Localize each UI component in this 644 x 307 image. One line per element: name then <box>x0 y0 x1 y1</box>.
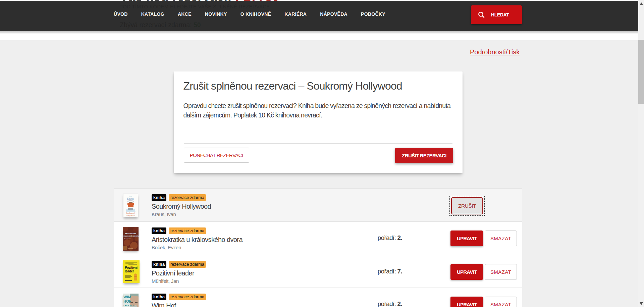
svg-text:leader: leader <box>125 269 134 273</box>
svg-text:WIM: WIM <box>123 295 131 299</box>
svg-text:HOF: HOF <box>123 299 131 303</box>
svg-text:Hollywood: Hollywood <box>125 214 136 216</box>
svg-text:Evžen Boček: Evžen Boček <box>124 238 131 240</box>
svg-text:U KRÁLOVSKÉHO DVORA: U KRÁLOVSKÉHO DVORA <box>123 235 139 237</box>
svg-text:LEDOVÝ: LEDOVÝ <box>123 304 134 307</box>
svg-text:Kraus: Kraus <box>127 197 134 200</box>
svg-text:Pozitivní: Pozitivní <box>125 266 138 269</box>
svg-text:Soukromý: Soukromý <box>126 212 135 214</box>
svg-text:ARISTOKRATKA: ARISTOKRATKA <box>125 233 136 235</box>
